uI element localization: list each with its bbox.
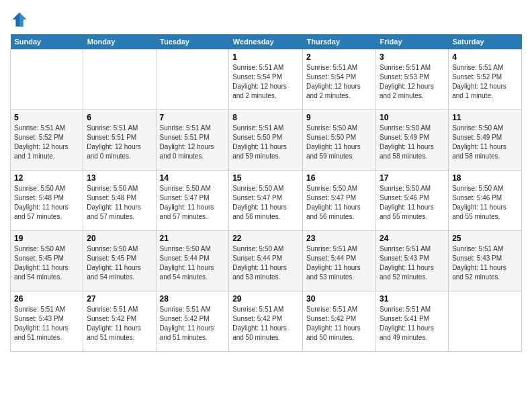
day-info: Sunrise: 5:51 AM Sunset: 5:53 PM Dayligh… — [380, 63, 445, 101]
day-number: 30 — [306, 294, 372, 304]
day-info: Sunrise: 5:51 AM Sunset: 5:41 PM Dayligh… — [380, 305, 445, 342]
calendar-cell — [11, 50, 83, 110]
day-info: Sunrise: 5:50 AM Sunset: 5:45 PM Dayligh… — [87, 244, 152, 282]
calendar-cell: 29Sunrise: 5:51 AM Sunset: 5:42 PM Dayli… — [229, 291, 303, 352]
calendar-cell: 10Sunrise: 5:50 AM Sunset: 5:49 PM Dayli… — [376, 110, 449, 171]
day-info: Sunrise: 5:51 AM Sunset: 5:43 PM Dayligh… — [14, 305, 79, 342]
day-number: 19 — [14, 234, 79, 243]
day-info: Sunrise: 5:50 AM Sunset: 5:47 PM Dayligh… — [306, 184, 372, 222]
calendar-week-row: 12Sunrise: 5:50 AM Sunset: 5:48 PM Dayli… — [11, 171, 522, 231]
day-info: Sunrise: 5:51 AM Sunset: 5:42 PM Dayligh… — [232, 305, 299, 342]
day-number: 8 — [232, 113, 299, 122]
calendar-cell: 11Sunrise: 5:50 AM Sunset: 5:49 PM Dayli… — [449, 110, 522, 171]
day-number: 13 — [87, 173, 152, 183]
calendar-cell: 7Sunrise: 5:51 AM Sunset: 5:51 PM Daylig… — [156, 110, 229, 171]
day-info: Sunrise: 5:51 AM Sunset: 5:42 PM Dayligh… — [87, 305, 152, 342]
calendar-cell: 5Sunrise: 5:51 AM Sunset: 5:52 PM Daylig… — [11, 110, 83, 171]
day-number: 7 — [160, 113, 226, 122]
calendar-cell: 31Sunrise: 5:51 AM Sunset: 5:41 PM Dayli… — [376, 291, 449, 352]
calendar-cell: 15Sunrise: 5:50 AM Sunset: 5:47 PM Dayli… — [229, 171, 303, 231]
day-number: 18 — [452, 173, 518, 183]
day-number: 23 — [306, 234, 372, 243]
day-info: Sunrise: 5:50 AM Sunset: 5:44 PM Dayligh… — [232, 244, 299, 282]
day-info: Sunrise: 5:50 AM Sunset: 5:44 PM Dayligh… — [160, 244, 226, 282]
day-number: 17 — [380, 173, 445, 183]
calendar-cell: 21Sunrise: 5:50 AM Sunset: 5:44 PM Dayli… — [156, 231, 229, 291]
day-number: 29 — [232, 294, 299, 304]
calendar-week-row: 1Sunrise: 5:51 AM Sunset: 5:54 PM Daylig… — [11, 50, 522, 110]
day-info: Sunrise: 5:51 AM Sunset: 5:51 PM Dayligh… — [160, 124, 226, 161]
calendar-cell: 17Sunrise: 5:50 AM Sunset: 5:46 PM Dayli… — [376, 171, 449, 231]
day-number: 10 — [380, 113, 445, 122]
calendar-cell: 12Sunrise: 5:50 AM Sunset: 5:48 PM Dayli… — [11, 171, 83, 231]
calendar-cell: 14Sunrise: 5:50 AM Sunset: 5:47 PM Dayli… — [156, 171, 229, 231]
day-info: Sunrise: 5:50 AM Sunset: 5:46 PM Dayligh… — [380, 184, 445, 222]
day-info: Sunrise: 5:51 AM Sunset: 5:44 PM Dayligh… — [306, 244, 372, 282]
calendar-cell: 2Sunrise: 5:51 AM Sunset: 5:54 PM Daylig… — [303, 50, 376, 110]
day-number: 11 — [452, 113, 518, 122]
day-number: 4 — [452, 52, 518, 62]
day-number: 20 — [87, 234, 152, 243]
page: SundayMondayTuesdayWednesdayThursdayFrid… — [0, 0, 532, 359]
calendar-header-row: SundayMondayTuesdayWednesdayThursdayFrid… — [11, 34, 522, 50]
day-info: Sunrise: 5:50 AM Sunset: 5:49 PM Dayligh… — [452, 124, 518, 161]
calendar-cell: 25Sunrise: 5:51 AM Sunset: 5:43 PM Dayli… — [449, 231, 522, 291]
calendar-cell: 20Sunrise: 5:50 AM Sunset: 5:45 PM Dayli… — [83, 231, 156, 291]
day-info: Sunrise: 5:51 AM Sunset: 5:50 PM Dayligh… — [232, 124, 299, 161]
day-info: Sunrise: 5:50 AM Sunset: 5:48 PM Dayligh… — [87, 184, 152, 222]
calendar-cell: 13Sunrise: 5:50 AM Sunset: 5:48 PM Dayli… — [83, 171, 156, 231]
calendar-week-row: 26Sunrise: 5:51 AM Sunset: 5:43 PM Dayli… — [11, 291, 522, 352]
day-number: 14 — [160, 173, 226, 183]
day-number: 26 — [14, 294, 79, 304]
day-info: Sunrise: 5:51 AM Sunset: 5:42 PM Dayligh… — [160, 305, 226, 342]
day-number: 1 — [232, 52, 299, 62]
calendar-cell — [156, 50, 229, 110]
calendar-cell: 1Sunrise: 5:51 AM Sunset: 5:54 PM Daylig… — [229, 50, 303, 110]
day-number: 5 — [14, 113, 79, 122]
calendar-cell: 18Sunrise: 5:50 AM Sunset: 5:46 PM Dayli… — [449, 171, 522, 231]
day-number: 31 — [380, 294, 445, 304]
calendar-cell: 22Sunrise: 5:50 AM Sunset: 5:44 PM Dayli… — [229, 231, 303, 291]
day-number: 27 — [87, 294, 152, 304]
calendar-week-row: 19Sunrise: 5:50 AM Sunset: 5:45 PM Dayli… — [11, 231, 522, 291]
calendar-header-saturday: Saturday — [449, 34, 522, 50]
day-info: Sunrise: 5:50 AM Sunset: 5:47 PM Dayligh… — [160, 184, 226, 222]
calendar-header-monday: Monday — [83, 34, 156, 50]
day-number: 15 — [232, 173, 299, 183]
calendar-cell: 19Sunrise: 5:50 AM Sunset: 5:45 PM Dayli… — [11, 231, 83, 291]
calendar-cell: 8Sunrise: 5:51 AM Sunset: 5:50 PM Daylig… — [229, 110, 303, 171]
calendar-cell: 28Sunrise: 5:51 AM Sunset: 5:42 PM Dayli… — [156, 291, 229, 352]
day-number: 6 — [87, 113, 152, 122]
calendar-cell: 27Sunrise: 5:51 AM Sunset: 5:42 PM Dayli… — [83, 291, 156, 352]
calendar-week-row: 5Sunrise: 5:51 AM Sunset: 5:52 PM Daylig… — [11, 110, 522, 171]
header — [10, 7, 522, 29]
day-number: 2 — [306, 52, 372, 62]
day-number: 25 — [452, 234, 518, 243]
logo-icon — [10, 10, 29, 29]
day-number: 9 — [306, 113, 372, 122]
calendar-header-sunday: Sunday — [11, 34, 83, 50]
day-info: Sunrise: 5:51 AM Sunset: 5:52 PM Dayligh… — [452, 63, 518, 101]
day-info: Sunrise: 5:50 AM Sunset: 5:49 PM Dayligh… — [380, 124, 445, 161]
calendar-header-tuesday: Tuesday — [156, 34, 229, 50]
day-number: 22 — [232, 234, 299, 243]
calendar-cell: 24Sunrise: 5:51 AM Sunset: 5:43 PM Dayli… — [376, 231, 449, 291]
calendar-cell: 6Sunrise: 5:51 AM Sunset: 5:51 PM Daylig… — [83, 110, 156, 171]
day-info: Sunrise: 5:50 AM Sunset: 5:48 PM Dayligh… — [14, 184, 79, 222]
calendar-header-friday: Friday — [376, 34, 449, 50]
calendar-cell: 30Sunrise: 5:51 AM Sunset: 5:42 PM Dayli… — [303, 291, 376, 352]
day-info: Sunrise: 5:51 AM Sunset: 5:54 PM Dayligh… — [232, 63, 299, 101]
calendar-cell: 4Sunrise: 5:51 AM Sunset: 5:52 PM Daylig… — [449, 50, 522, 110]
day-info: Sunrise: 5:51 AM Sunset: 5:43 PM Dayligh… — [380, 244, 445, 282]
calendar-cell: 23Sunrise: 5:51 AM Sunset: 5:44 PM Dayli… — [303, 231, 376, 291]
calendar-header-thursday: Thursday — [303, 34, 376, 50]
calendar-cell: 3Sunrise: 5:51 AM Sunset: 5:53 PM Daylig… — [376, 50, 449, 110]
day-info: Sunrise: 5:50 AM Sunset: 5:46 PM Dayligh… — [452, 184, 518, 222]
calendar-cell — [449, 291, 522, 352]
day-info: Sunrise: 5:51 AM Sunset: 5:43 PM Dayligh… — [452, 244, 518, 282]
day-number: 12 — [14, 173, 79, 183]
calendar-header-wednesday: Wednesday — [229, 34, 303, 50]
logo — [10, 10, 32, 29]
day-info: Sunrise: 5:51 AM Sunset: 5:42 PM Dayligh… — [306, 305, 372, 342]
day-info: Sunrise: 5:50 AM Sunset: 5:47 PM Dayligh… — [232, 184, 299, 222]
